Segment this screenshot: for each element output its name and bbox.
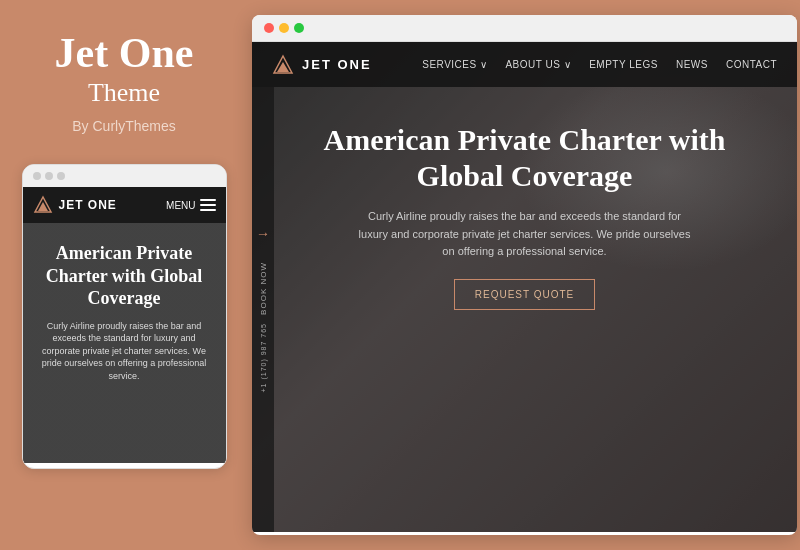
hamburger-icon	[200, 199, 216, 211]
desktop-nav-links: SERVICES ∨ ABOUT US ∨ EMPTY LEGS NEWS CO…	[422, 59, 777, 70]
desktop-mockup: JET ONE SERVICES ∨ ABOUT US ∨ EMPTY LEGS…	[252, 15, 797, 535]
desktop-content: JET ONE SERVICES ∨ ABOUT US ∨ EMPTY LEGS…	[252, 42, 797, 532]
mobile-hero-desc: Curly Airline proudly raises the bar and…	[37, 320, 212, 383]
nav-news[interactable]: NEWS	[676, 59, 708, 70]
mobile-nav: JET ONE MENU	[23, 187, 226, 223]
side-phone: +1 (170) 987 765	[260, 323, 267, 393]
mobile-dot-3	[57, 172, 65, 180]
desktop-dot-red	[264, 23, 274, 33]
desktop-hero-desc: Curly Airline proudly raises the bar and…	[355, 208, 695, 261]
nav-empty-legs[interactable]: EMPTY LEGS	[589, 59, 658, 70]
desktop-logo-icon	[272, 54, 294, 76]
left-panel: Jet One Theme By CurlyThemes JET ONE MEN…	[0, 0, 248, 550]
mobile-menu-label: MENU	[166, 200, 195, 211]
mobile-dot-2	[45, 172, 53, 180]
desktop-hero-title: American Private Charter with Global Cov…	[312, 122, 737, 194]
desktop-logo: JET ONE	[272, 54, 372, 76]
mobile-titlebar	[23, 165, 226, 187]
desktop-nav: JET ONE SERVICES ∨ ABOUT US ∨ EMPTY LEGS…	[252, 42, 797, 87]
mobile-menu-button[interactable]: MENU	[166, 199, 215, 211]
desktop-dot-green	[294, 23, 304, 33]
mobile-mockup: JET ONE MENU American Private Charter wi…	[22, 164, 227, 469]
nav-contact[interactable]: CONTACT	[726, 59, 777, 70]
desktop-logo-text: JET ONE	[302, 57, 372, 72]
theme-subtitle: Theme	[88, 78, 160, 108]
mobile-logo: JET ONE	[33, 195, 117, 215]
desktop-cta-button[interactable]: REQUEST QUOTE	[454, 279, 596, 310]
nav-services[interactable]: SERVICES ∨	[422, 59, 487, 70]
desktop-dot-yellow	[279, 23, 289, 33]
mobile-hero-title: American Private Charter with Global Cov…	[37, 242, 212, 310]
nav-about[interactable]: ABOUT US ∨	[505, 59, 571, 70]
side-arrow-icon: →	[256, 226, 270, 242]
theme-by: By CurlyThemes	[72, 118, 175, 134]
mobile-logo-text: JET ONE	[59, 198, 117, 212]
side-book-now[interactable]: BOOK NOW	[259, 262, 268, 315]
mobile-logo-icon	[33, 195, 53, 215]
desktop-hero-text: American Private Charter with Global Cov…	[312, 122, 737, 310]
theme-title: Jet One	[55, 30, 194, 76]
mobile-dot-1	[33, 172, 41, 180]
mobile-hero: American Private Charter with Global Cov…	[23, 223, 226, 463]
desktop-titlebar	[252, 15, 797, 42]
side-elements: → BOOK NOW +1 (170) 987 765	[252, 87, 274, 532]
